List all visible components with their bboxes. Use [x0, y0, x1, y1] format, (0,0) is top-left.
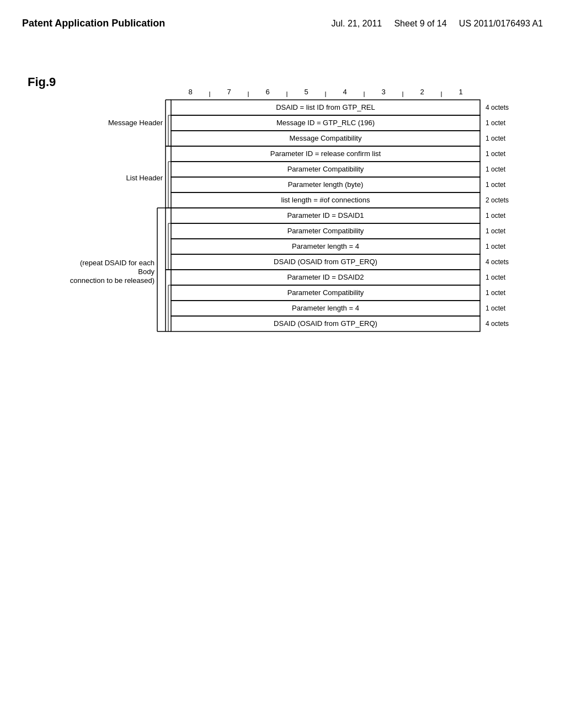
- svg-text:1 octet: 1 octet: [486, 243, 506, 250]
- svg-text:1 octet: 1 octet: [486, 150, 506, 158]
- svg-text:2: 2: [420, 88, 424, 96]
- octet-labels: 4 octets 1 octet 1 octet 1 octet 1 octet…: [486, 104, 509, 328]
- svg-text:5: 5: [304, 88, 308, 96]
- svg-text:DSAID (OSAID from GTP_ERQ): DSAID (OSAID from GTP_ERQ): [274, 319, 377, 328]
- svg-text:Parameter length = 4: Parameter length = 4: [292, 242, 359, 250]
- left-brackets: Message Header List Header: [70, 100, 171, 331]
- bit-separators: [210, 92, 441, 97]
- svg-text:1 octet: 1 octet: [486, 227, 506, 235]
- svg-text:1 octet: 1 octet: [486, 181, 506, 189]
- svg-text:3: 3: [381, 88, 385, 96]
- svg-text:1 octet: 1 octet: [486, 289, 506, 297]
- svg-text:4 octets: 4 octets: [486, 104, 509, 111]
- svg-text:DSAID = list ID from GTP_REL: DSAID = list ID from GTP_REL: [276, 103, 375, 111]
- svg-text:7: 7: [227, 88, 231, 96]
- svg-text:connection to be released): connection to be released): [70, 276, 154, 285]
- sheet-info: Sheet 9 of 14: [394, 19, 446, 28]
- svg-text:Parameter ID = release confirm: Parameter ID = release confirm list: [270, 149, 381, 158]
- diagram-table: DSAID = list ID from GTP_REL Message ID …: [171, 100, 480, 331]
- svg-text:1 octet: 1 octet: [486, 274, 506, 281]
- svg-text:4 octets: 4 octets: [486, 258, 509, 266]
- svg-text:1 octet: 1 octet: [486, 135, 506, 142]
- svg-text:2 octets: 2 octets: [486, 196, 509, 204]
- svg-text:Body: Body: [138, 267, 154, 276]
- page-header: Patent Application Publication Jul. 21, …: [0, 0, 565, 31]
- svg-text:Parameter length = 4: Parameter length = 4: [292, 304, 359, 312]
- publication-date: Jul. 21, 2011: [332, 19, 382, 28]
- svg-text:Parameter Compatibility: Parameter Compatibility: [287, 227, 364, 235]
- svg-text:DSAID (OSAID from GTP_ERQ): DSAID (OSAID from GTP_ERQ): [274, 258, 377, 266]
- publication-title: Patent Application Publication: [22, 17, 165, 30]
- svg-text:Parameter ID = DSAID2: Parameter ID = DSAID2: [287, 273, 364, 281]
- svg-text:1 octet: 1 octet: [486, 119, 506, 127]
- svg-text:Message ID = GTP_RLC (196): Message ID = GTP_RLC (196): [276, 119, 375, 127]
- diagram-svg: Fig.9 8 7 6 5 4 3 2 1 DS: [17, 64, 541, 715]
- svg-text:4 octets: 4 octets: [486, 320, 509, 328]
- svg-text:8: 8: [188, 88, 192, 96]
- svg-text:(repeat DSAID for each: (repeat DSAID for each: [80, 259, 154, 267]
- svg-text:Message Compatibility: Message Compatibility: [290, 134, 362, 142]
- svg-text:Parameter ID = DSAID1: Parameter ID = DSAID1: [287, 211, 364, 220]
- svg-text:1 octet: 1 octet: [486, 165, 506, 173]
- svg-text:Parameter Compatibility: Parameter Compatibility: [287, 288, 364, 297]
- publication-info: Jul. 21, 2011 Sheet 9 of 14 US 2011/0176…: [332, 17, 543, 31]
- svg-text:1 octet: 1 octet: [486, 304, 506, 312]
- svg-text:Parameter Compatibility: Parameter Compatibility: [287, 165, 364, 173]
- svg-text:list length = #of connections: list length = #of connections: [281, 196, 370, 204]
- fig-label: Fig.9: [28, 75, 56, 89]
- svg-text:1: 1: [459, 88, 462, 96]
- svg-text:4: 4: [343, 88, 347, 96]
- svg-text:1 octet: 1 octet: [486, 212, 506, 220]
- svg-text:List Header: List Header: [126, 174, 163, 182]
- svg-text:Message Header: Message Header: [108, 119, 163, 127]
- svg-text:Parameter length (byte): Parameter length (byte): [288, 180, 364, 189]
- patent-number: US 2011/0176493 A1: [459, 19, 543, 28]
- figure-diagram: Fig.9 8 7 6 5 4 3 2 1 DS: [17, 64, 565, 717]
- svg-text:6: 6: [265, 88, 269, 96]
